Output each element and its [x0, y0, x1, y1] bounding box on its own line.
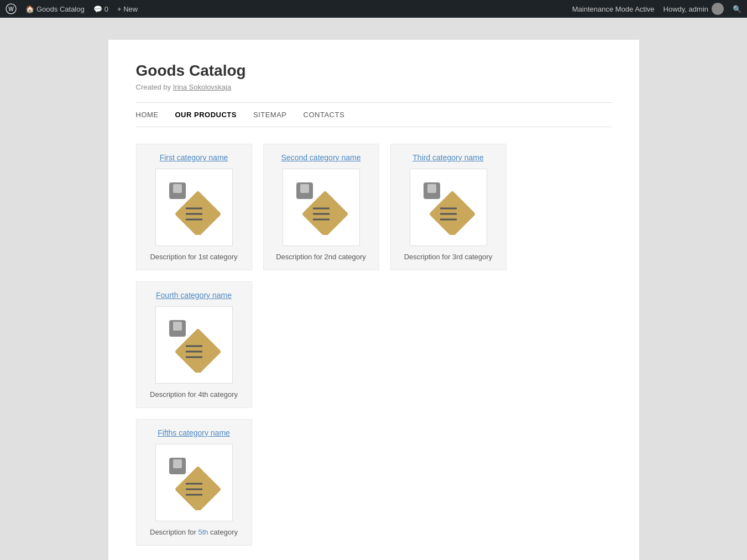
wp-logo-button[interactable]: W [6, 3, 17, 14]
user-menu[interactable]: Howdy, admin [664, 3, 724, 15]
new-label: + New [117, 5, 138, 13]
svg-rect-9 [300, 184, 309, 193]
category-link-4[interactable]: Fourth category name [156, 291, 232, 300]
howdy-text: Howdy, admin [664, 5, 708, 13]
category-desc-2: Description for 2nd category [276, 253, 366, 261]
category-link-3[interactable]: Third category name [412, 153, 483, 162]
maintenance-status: Maintenance Mode Active [572, 5, 655, 13]
category-card-4: Fourth category name Description fo [136, 281, 252, 408]
category-desc-1: Description for 1st category [150, 253, 237, 261]
tag-icon-5 [166, 455, 222, 510]
category-card-5: Fifths category name Description fo [136, 419, 252, 546]
tag-icon-1 [166, 180, 222, 235]
admin-bar: W 🏠 Goods Catalog 💬 0 + New Maintenance … [0, 0, 747, 18]
svg-rect-15 [427, 184, 436, 193]
site-title: Goods Catalog [136, 62, 612, 80]
adminbar-site-name: Goods Catalog [36, 5, 85, 13]
nav-contacts[interactable]: CONTACTS [304, 111, 345, 119]
category-image-4 [155, 306, 233, 384]
site-container: Goods Catalog Created by Irina Sokolovsk… [108, 40, 639, 560]
wp-logo-icon: W [6, 3, 17, 14]
comments-count: 0 [105, 5, 108, 13]
tag-icon-4 [166, 317, 222, 373]
category-link-1[interactable]: First category name [160, 153, 228, 162]
category-desc-5: Description for 5th category [150, 528, 238, 536]
main-navigation: HOME OUR PRODUCTS SITEMAP CONTACTS [136, 102, 612, 127]
new-content-button[interactable]: + New [117, 5, 138, 13]
category-image-3 [410, 169, 487, 246]
category-image-5 [155, 444, 233, 521]
category-link-5[interactable]: Fifths category name [158, 428, 230, 437]
site-subtitle: Created by Irina Sokolovskaja [136, 83, 612, 91]
site-name-button[interactable]: 🏠 Goods Catalog [25, 5, 85, 13]
author-name: Irina Sokolovskaja [173, 83, 232, 91]
nav-home[interactable]: HOME [136, 111, 159, 119]
category-desc-3: Description for 3rd category [404, 253, 493, 261]
subtitle-prefix: Created by [136, 83, 171, 91]
desc-highlight-5: 5th [198, 528, 208, 536]
svg-text:W: W [8, 6, 14, 12]
user-avatar [712, 3, 724, 15]
author-link[interactable]: Irina Sokolovskaja [173, 83, 232, 91]
category-image-1 [155, 169, 233, 246]
nav-our-products[interactable]: OUR PRODUCTS [175, 111, 237, 119]
search-icon: 🔍 [733, 5, 741, 13]
svg-rect-27 [173, 459, 182, 468]
tag-icon-3 [421, 180, 476, 235]
category-card-2: Second category name Description fo [263, 144, 379, 270]
category-desc-4: Description for 4th category [150, 390, 238, 399]
svg-rect-21 [173, 322, 182, 331]
category-card-3: Third category name Description for [390, 144, 506, 270]
category-card-1: First category name Description for [136, 144, 252, 270]
category-grid-row2: Fifths category name Description fo [136, 419, 612, 546]
svg-rect-3 [173, 184, 182, 193]
comments-button[interactable]: 💬 0 [93, 5, 108, 13]
category-image-2 [283, 169, 360, 246]
home-icon: 🏠 [25, 5, 34, 13]
nav-sitemap[interactable]: SITEMAP [253, 111, 287, 119]
tag-icon-2 [294, 180, 349, 235]
comments-icon: 💬 [93, 5, 102, 13]
category-link-2[interactable]: Second category name [281, 153, 361, 162]
search-button[interactable]: 🔍 [733, 5, 741, 13]
category-grid: First category name Description for [136, 144, 612, 408]
